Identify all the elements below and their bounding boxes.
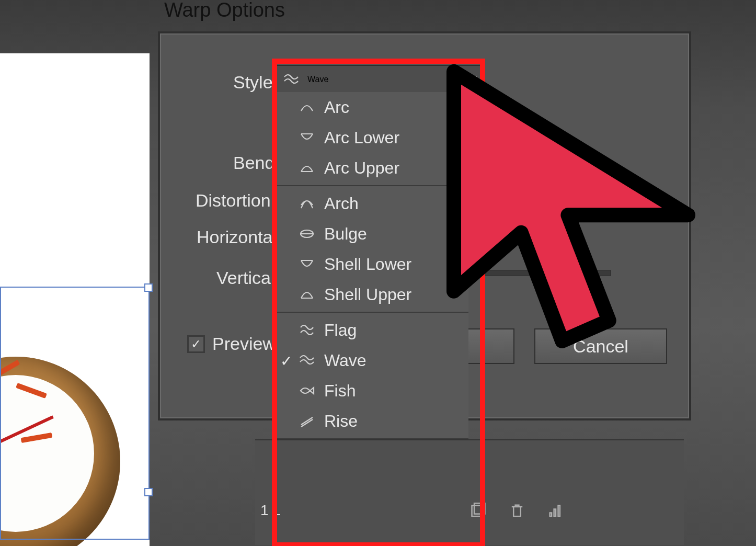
cancel-button[interactable]: Cancel	[534, 328, 667, 364]
selection-handle[interactable]	[144, 283, 153, 292]
wave-icon	[299, 352, 315, 368]
arc-lower-icon	[299, 130, 315, 145]
style-option-label: Rise	[324, 412, 358, 431]
new-layer-icon[interactable]	[469, 502, 487, 520]
status-layers: 1 L	[260, 502, 281, 519]
arch-icon	[299, 196, 315, 211]
app-stage: Warp Options Style: Bend: Distortion Hor…	[0, 0, 756, 546]
label-horizontal: Horizontal:	[197, 227, 282, 247]
svg-rect-5	[472, 506, 483, 516]
style-option-label: Arc	[324, 98, 349, 117]
menu-separator	[276, 312, 468, 313]
cancel-button-label: Cancel	[573, 336, 628, 357]
shell-lower-icon	[299, 256, 315, 272]
style-option-arc-upper[interactable]: Arc Upper	[276, 153, 468, 183]
bend-slider[interactable]	[453, 157, 600, 163]
style-dropdown[interactable]: Wave	[276, 65, 483, 94]
style-option-rise[interactable]: Rise	[276, 406, 468, 436]
status-icons	[469, 502, 565, 520]
rise-icon	[299, 413, 315, 429]
checkmark-icon: ✓	[280, 352, 292, 370]
style-option-label: Fish	[324, 381, 356, 401]
svg-rect-6	[474, 503, 485, 514]
style-option-arc[interactable]: Arc	[276, 92, 468, 122]
system-cursor-icon	[456, 78, 468, 96]
vertical-slider-thumb[interactable]	[523, 258, 538, 270]
arc-upper-icon	[299, 160, 315, 176]
menu-separator	[276, 185, 468, 186]
shell-upper-icon	[299, 287, 315, 302]
style-option-shell-lower[interactable]: Shell Lower	[276, 249, 468, 279]
selection-bounding-box[interactable]	[0, 287, 150, 540]
style-option-label: Arc Lower	[324, 128, 399, 147]
preview-label: Preview	[212, 334, 276, 354]
style-option-label: Flag	[324, 321, 357, 340]
style-option-label: Arc Upper	[324, 158, 399, 178]
style-option-label: Wave	[324, 351, 366, 370]
bend-slider-thumb[interactable]	[521, 145, 535, 157]
trash-icon[interactable]	[508, 502, 526, 520]
label-distortion: Distortion	[196, 190, 271, 211]
style-option-shell-upper[interactable]: Shell Upper	[276, 279, 468, 310]
style-option-label: Shell Upper	[324, 285, 411, 304]
document-canvas[interactable]	[0, 53, 150, 546]
style-option-label: Arch	[324, 194, 359, 213]
fish-icon	[299, 383, 315, 399]
style-option-arc-lower[interactable]: Arc Lower	[276, 122, 468, 153]
style-option-arch[interactable]: Arch	[276, 188, 468, 219]
label-bend: Bend:	[233, 153, 280, 173]
bulge-icon	[299, 226, 315, 242]
style-option-wave[interactable]: ✓Wave	[276, 345, 468, 376]
flag-icon	[299, 322, 315, 338]
arc-icon	[299, 99, 315, 115]
truncated-text: cy	[544, 235, 559, 253]
preview-checkbox[interactable]: ✓	[187, 335, 205, 353]
bottom-panel	[255, 439, 684, 545]
selection-handle[interactable]	[144, 488, 153, 496]
vertical-slider[interactable]	[453, 270, 611, 276]
label-vertical: Vertical:	[216, 268, 280, 288]
bars-icon[interactable]	[547, 502, 565, 520]
warp-options-dialog: Warp Options Style: Bend: Distortion Hor…	[158, 31, 691, 420]
label-style: Style:	[233, 72, 278, 93]
dialog-title: Warp Options	[164, 0, 285, 21]
style-option-label: Shell Lower	[324, 255, 411, 274]
style-option-fish[interactable]: Fish	[276, 376, 468, 406]
style-dropdown-value: Wave	[307, 75, 328, 84]
style-option-bulge[interactable]: Bulge	[276, 219, 468, 249]
style-option-flag[interactable]: Flag	[276, 315, 468, 345]
wave-icon	[283, 72, 299, 87]
style-option-label: Bulge	[324, 224, 367, 244]
